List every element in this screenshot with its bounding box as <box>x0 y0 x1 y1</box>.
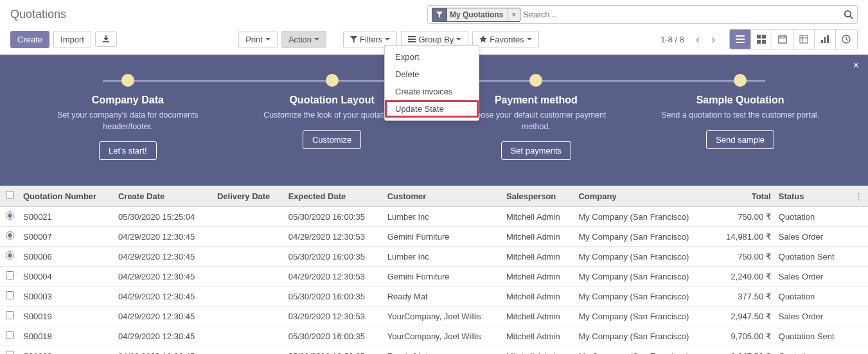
search-bar[interactable]: My Quotations × <box>427 5 858 24</box>
svg-rect-9 <box>762 35 766 39</box>
col-customer[interactable]: Customer <box>384 186 502 207</box>
col-create[interactable]: Create Date <box>114 186 213 207</box>
row-checkbox[interactable] <box>6 271 14 279</box>
download-button[interactable] <box>95 31 117 47</box>
col-company[interactable]: Company <box>574 186 713 207</box>
action-export[interactable]: Export <box>385 48 479 66</box>
quotations-table: Quotation Number Create Date Delivery Da… <box>0 186 868 354</box>
table-row[interactable]: S0000204/29/2020 12:30:4505/30/2020 16:0… <box>0 346 868 355</box>
row-checkbox[interactable] <box>6 311 14 319</box>
customize-button[interactable]: Customize <box>303 130 361 149</box>
cell-total: 2,947.50 ₹ <box>713 346 775 355</box>
table-row[interactable]: S0000704/29/2020 12:30:4504/29/2020 12:3… <box>0 227 868 247</box>
step-title: Sample Quotation <box>657 94 824 106</box>
search-icon[interactable] <box>844 10 853 19</box>
cell-create: 04/29/2020 12:30:45 <box>114 346 213 355</box>
create-button[interactable]: Create <box>10 31 49 48</box>
row-checkbox[interactable] <box>6 351 14 354</box>
svg-rect-4 <box>408 41 416 42</box>
cell-sales: Mitchell Admin <box>502 346 574 355</box>
table-row[interactable]: S0000304/29/2020 12:30:4505/30/2020 16:0… <box>0 287 868 306</box>
cell-total: 377.50 ₹ <box>713 287 775 306</box>
action-create-invoices[interactable]: Create invoices <box>385 83 479 100</box>
action-button[interactable]: Action <box>281 31 326 48</box>
col-status[interactable]: Status <box>775 186 849 207</box>
cell-customer: YourCompany, Joel Willis <box>384 326 502 346</box>
table-row[interactable]: S0002105/30/2020 15:25:0405/30/2020 16:0… <box>0 207 868 227</box>
action-update-state[interactable]: Update State <box>385 100 479 118</box>
cell-create: 04/29/2020 12:30:45 <box>114 267 213 287</box>
graph-view-icon[interactable] <box>815 30 836 49</box>
cell-total: 14,981.00 ₹ <box>713 227 775 247</box>
cell-customer: Gemini Furniture <box>384 267 502 287</box>
cell-status: Quotation <box>775 346 849 355</box>
search-input[interactable] <box>520 7 844 22</box>
cell-company: My Company (San Francisco) <box>574 326 713 346</box>
cell-total: 2,947.50 ₹ <box>713 306 775 326</box>
table-row[interactable]: S0001804/29/2020 12:30:4505/30/2020 16:0… <box>0 326 868 346</box>
cell-expected: 03/29/2020 12:30:53 <box>285 306 384 326</box>
cell-sales: Mitchell Admin <box>502 287 574 306</box>
col-delivery[interactable]: Delivery Date <box>213 186 285 207</box>
cell-delivery <box>213 287 285 306</box>
row-checkbox[interactable] <box>6 331 14 339</box>
cell-status: Sales Order <box>775 306 849 326</box>
svg-rect-16 <box>800 35 808 43</box>
cell-number: S00018 <box>19 326 114 346</box>
cell-company: My Company (San Francisco) <box>574 287 713 306</box>
cell-company: My Company (San Francisco) <box>574 207 713 227</box>
close-icon[interactable]: × <box>853 60 859 71</box>
col-expected[interactable]: Expected Date <box>285 186 384 207</box>
cell-expected: 05/30/2020 16:00:35 <box>285 326 384 346</box>
svg-rect-5 <box>736 35 745 37</box>
next-page-button[interactable]: › <box>707 33 719 46</box>
list-view-icon[interactable] <box>730 30 751 49</box>
lets-start-button[interactable]: Let's start! <box>99 141 157 160</box>
col-sales[interactable]: Salesperson <box>502 186 574 207</box>
cell-company: My Company (San Francisco) <box>574 267 713 287</box>
table-row[interactable]: S0001904/29/2020 12:30:4503/29/2020 12:3… <box>0 306 868 326</box>
cell-expected: 05/30/2020 16:00:35 <box>285 346 384 355</box>
pager: 1-8 / 8 <box>660 35 684 44</box>
cell-customer: Ready Mat <box>384 287 502 306</box>
favorites-button[interactable]: Favorites <box>472 31 538 48</box>
cell-total: 750.00 ₹ <box>713 247 775 267</box>
select-all-checkbox[interactable] <box>6 191 14 199</box>
send-sample-button[interactable]: Send sample <box>706 130 774 149</box>
cell-create: 04/29/2020 12:30:45 <box>114 247 213 267</box>
step-desc: Send a quotation to test the customer po… <box>657 110 824 121</box>
row-checkbox[interactable] <box>6 251 14 260</box>
cell-company: My Company (San Francisco) <box>574 227 713 247</box>
calendar-view-icon[interactable] <box>772 30 793 49</box>
cell-status: Quotation Sent <box>775 326 849 346</box>
print-button[interactable]: Print <box>238 31 278 48</box>
step-desc: Set your company's data for documents he… <box>44 110 211 132</box>
facet-remove-icon[interactable]: × <box>508 8 520 21</box>
set-payments-button[interactable]: Set payments <box>501 141 572 160</box>
col-number[interactable]: Quotation Number <box>19 186 114 207</box>
import-button[interactable]: Import <box>53 31 91 48</box>
col-options-icon[interactable]: ⋮ <box>849 186 868 207</box>
activity-view-icon[interactable] <box>836 30 857 49</box>
cell-status: Sales Order <box>775 267 849 287</box>
table-row[interactable]: S0000404/29/2020 12:30:4504/29/2020 12:3… <box>0 267 868 287</box>
cell-company: My Company (San Francisco) <box>574 247 713 267</box>
cell-status: Quotation <box>775 287 849 306</box>
row-checkbox[interactable] <box>6 231 14 240</box>
table-row[interactable]: S0000604/29/2020 12:30:4505/30/2020 16:0… <box>0 247 868 267</box>
col-total[interactable]: Total <box>713 186 775 207</box>
step-title: Company Data <box>44 94 211 106</box>
svg-rect-20 <box>824 37 826 43</box>
pivot-view-icon[interactable] <box>793 30 815 49</box>
cell-delivery <box>213 207 285 227</box>
row-checkbox[interactable] <box>6 291 14 299</box>
action-delete[interactable]: Delete <box>385 66 479 83</box>
svg-line-1 <box>850 16 853 19</box>
cell-delivery <box>213 267 285 287</box>
step-dot-icon <box>529 74 542 87</box>
svg-rect-7 <box>736 42 745 43</box>
cell-customer: YourCompany, Joel Willis <box>384 306 502 326</box>
kanban-view-icon[interactable] <box>751 30 772 49</box>
prev-page-button[interactable]: ‹ <box>692 33 704 46</box>
row-checkbox[interactable] <box>6 211 14 220</box>
